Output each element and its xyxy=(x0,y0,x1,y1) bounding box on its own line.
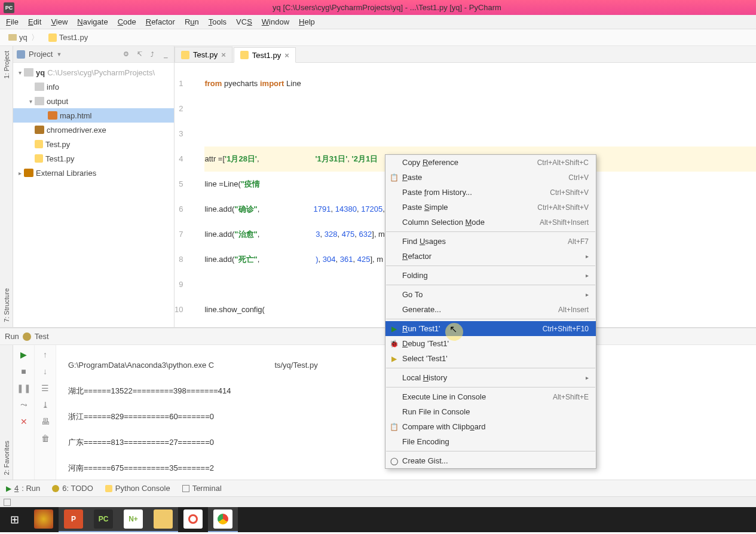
bottom-python-console[interactable]: Python Console xyxy=(105,484,170,493)
context-menu-item[interactable]: Generate...Alt+Insert xyxy=(385,302,596,317)
menu-code[interactable]: Code xyxy=(113,16,141,28)
run-toolbar-primary: ▶ ■ ❚❚ ⤳ ✕ xyxy=(13,345,35,480)
close-icon[interactable]: × xyxy=(221,50,226,59)
menu-vcs[interactable]: VCS xyxy=(231,16,257,28)
tree-item-info[interactable]: info xyxy=(13,80,174,94)
context-menu-item[interactable]: 📋PasteCtrl+V xyxy=(385,170,596,185)
tab-test-py[interactable]: Test.py× xyxy=(175,47,232,62)
run-panel: Run Test 2: Favorites ▶ ■ ❚❚ ⤳ ✕ ↑ ↓ ☰ ⤓… xyxy=(0,327,756,480)
status-indicator-icon xyxy=(4,499,11,506)
taskbar-explorer[interactable] xyxy=(148,507,178,532)
context-menu-item[interactable]: Paste from History...Ctrl+Shift+V xyxy=(385,185,596,200)
tree-item-chromedriver[interactable]: chromedriver.exe xyxy=(13,123,174,137)
menu-help[interactable]: Help xyxy=(294,16,320,28)
taskbar-app-6[interactable] xyxy=(178,507,208,532)
html-file-icon xyxy=(48,111,57,120)
context-menu-item[interactable]: Refactor▸ xyxy=(385,249,596,264)
clip-icon: 📋 xyxy=(389,422,399,432)
menu-view[interactable]: View xyxy=(46,16,72,28)
autoscroll-icon[interactable]: ⤴ xyxy=(148,50,157,59)
context-menu-item[interactable]: Execute Line in ConsoleAlt+Shift+E xyxy=(385,389,596,404)
taskbar-app-1[interactable] xyxy=(29,507,59,532)
context-menu-item[interactable]: Go To▸ xyxy=(385,287,596,302)
project-panel: Project▼ ⚙ ↸ ⤴ ⎯ ▾yqC:\Users\cyg\Pycharm… xyxy=(13,46,175,327)
hide-icon[interactable]: ⎯ xyxy=(161,50,170,59)
debug-attach-icon[interactable]: ⤳ xyxy=(18,399,30,411)
menubar: File Edit View Navigate Code Refactor Ru… xyxy=(0,15,756,29)
breadcrumb-file[interactable]: Test1.py xyxy=(44,33,96,42)
context-menu-item[interactable]: Paste SimpleCtrl+Alt+Shift+V xyxy=(385,200,596,215)
menu-file[interactable]: File xyxy=(1,16,23,28)
print-icon[interactable]: 🖶 xyxy=(39,416,51,428)
windows-taskbar: ⊞ P PC N+ xyxy=(0,507,756,532)
project-view-icon xyxy=(17,50,25,59)
menu-tools[interactable]: Tools xyxy=(204,16,231,28)
exe-file-icon xyxy=(35,126,44,134)
tree-item-test-py[interactable]: Test.py xyxy=(13,137,174,151)
collapse-icon[interactable]: ↸ xyxy=(134,50,144,59)
menu-window[interactable]: Window xyxy=(257,16,294,28)
stop-icon[interactable]: ■ xyxy=(18,365,30,377)
context-menu-item[interactable]: Copy ReferenceCtrl+Alt+Shift+C xyxy=(385,155,596,170)
tree-item-map-html[interactable]: map.html xyxy=(13,108,174,123)
context-menu-item[interactable]: Run File in Console xyxy=(385,404,596,419)
taskbar-chrome[interactable] xyxy=(208,507,238,532)
tab-structure[interactable]: 7: Structure xyxy=(2,283,11,327)
tab-project[interactable]: 1: Project xyxy=(2,46,11,83)
tab-favorites[interactable]: 2: Favorites xyxy=(2,436,11,480)
titlebar: PC yq [C:\Users\cyg\PycharmProjects\yq] … xyxy=(0,0,756,15)
breadcrumb-root[interactable]: yq xyxy=(4,32,44,43)
library-icon xyxy=(24,169,33,177)
up-icon[interactable]: ↑ xyxy=(39,349,51,361)
context-menu-item[interactable]: 🐞Debug 'Test1' xyxy=(385,336,596,351)
bug-icon: 🐞 xyxy=(389,339,399,349)
close-icon[interactable]: × xyxy=(284,51,289,60)
context-menu-item[interactable]: Local History▸ xyxy=(385,370,596,385)
settings-gear-icon[interactable]: ⚙ xyxy=(121,50,131,59)
terminal-icon xyxy=(182,485,189,492)
pycharm-icon: PC xyxy=(4,2,14,13)
context-menu-item[interactable]: ▶Run 'Test1'Ctrl+Shift+F10 xyxy=(385,321,596,336)
close-icon[interactable]: ✕ xyxy=(18,416,30,428)
bottom-tool-bar: ▶4: Run 6: TODO Python Console Terminal xyxy=(0,480,756,496)
context-menu-item[interactable]: ▶Select 'Test1' xyxy=(385,351,596,366)
python-icon xyxy=(105,485,112,492)
start-button[interactable]: ⊞ xyxy=(0,507,29,532)
context-menu-item[interactable]: 📋Compare with Clipboard xyxy=(385,419,596,434)
pause-icon[interactable]: ❚❚ xyxy=(18,382,30,394)
context-menu-item[interactable]: ◯Create Gist... xyxy=(385,453,596,468)
scroll-end-icon[interactable]: ⤓ xyxy=(39,399,51,411)
context-menu: Copy ReferenceCtrl+Alt+Shift+C📋PasteCtrl… xyxy=(385,154,596,469)
breadcrumb: yq Test1.py xyxy=(0,29,756,46)
project-tree: ▾yqC:\Users\cyg\PycharmProjects\ info ▾o… xyxy=(13,63,174,327)
pyrun-icon: ▶ xyxy=(389,354,399,364)
tab-test1-py[interactable]: Test1.py× xyxy=(234,47,296,63)
down-icon[interactable]: ↓ xyxy=(39,365,51,377)
tree-external-libs[interactable]: ▸External Libraries xyxy=(13,166,174,180)
taskbar-pycharm[interactable]: PC xyxy=(88,507,118,532)
python-file-icon xyxy=(35,140,43,148)
menu-refactor[interactable]: Refactor xyxy=(141,16,180,28)
taskbar-notepadpp[interactable]: N+ xyxy=(118,507,148,532)
context-menu-item[interactable]: File Encoding xyxy=(385,434,596,449)
folder-icon xyxy=(35,83,44,91)
menu-navigate[interactable]: Navigate xyxy=(72,16,112,28)
rerun-icon[interactable]: ▶ xyxy=(18,349,30,361)
run-toolbar-secondary: ↑ ↓ ☰ ⤓ 🖶 🗑 xyxy=(35,345,56,480)
menu-edit[interactable]: Edit xyxy=(23,16,46,28)
tree-item-output[interactable]: ▾output xyxy=(13,94,174,108)
project-header-title[interactable]: Project▼ xyxy=(29,50,118,59)
tree-root[interactable]: ▾yqC:\Users\cyg\PycharmProjects\ xyxy=(13,65,174,80)
trash-icon[interactable]: 🗑 xyxy=(39,432,51,444)
context-menu-item[interactable]: Find UsagesAlt+F7 xyxy=(385,234,596,249)
soft-wrap-icon[interactable]: ☰ xyxy=(39,382,51,394)
tree-item-test1-py[interactable]: Test1.py xyxy=(13,151,174,166)
menu-run[interactable]: Run xyxy=(180,16,204,28)
taskbar-powerpoint[interactable]: P xyxy=(59,507,88,532)
bottom-todo[interactable]: 6: TODO xyxy=(52,484,93,493)
context-menu-item[interactable]: Column Selection ModeAlt+Shift+Insert xyxy=(385,215,596,230)
context-menu-item[interactable]: Folding▸ xyxy=(385,268,596,283)
editor-tabs: Test.py× Test1.py× xyxy=(175,46,756,63)
bottom-terminal[interactable]: Terminal xyxy=(182,484,222,493)
bottom-run[interactable]: ▶4: Run xyxy=(6,484,40,493)
